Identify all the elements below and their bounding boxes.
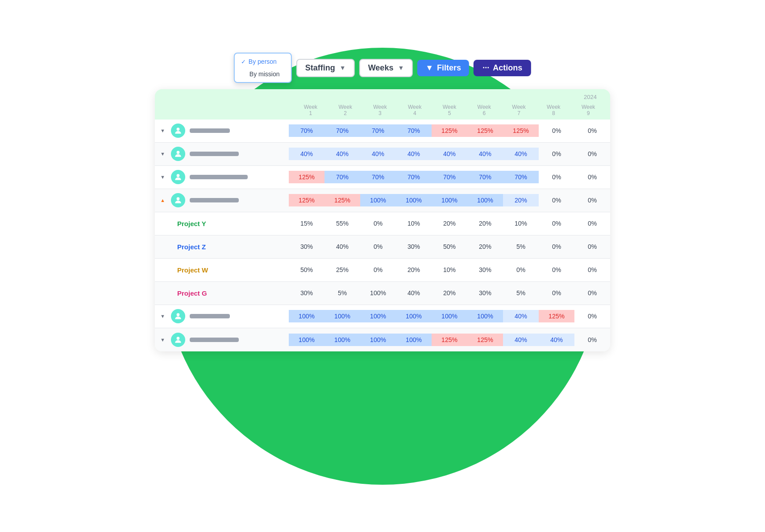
data-cell: 0% <box>360 217 396 230</box>
weeks-dropdown-button[interactable]: Weeks ▼ <box>359 59 413 77</box>
filter-icon: ▼ <box>425 63 433 73</box>
expand-down-icon[interactable]: ▼ <box>160 337 166 342</box>
col-header-empty <box>159 101 293 120</box>
data-cell: 100% <box>432 194 467 206</box>
menu-item-by-person[interactable]: ✓ By person <box>235 55 291 68</box>
col-header-week8: Week8 <box>536 101 571 120</box>
year-label: 2024 <box>155 94 610 100</box>
data-cell: 100% <box>324 334 360 346</box>
data-cell: 50% <box>432 240 467 253</box>
data-cell: 0% <box>574 334 610 346</box>
data-cell: 0% <box>574 264 610 276</box>
data-cell: 40% <box>432 148 467 160</box>
table-row: Project Y15%55%0%10%20%20%10%0%0% <box>155 212 610 235</box>
column-headers: Week1 Week2 Week3 Week4 Week5 Week6 Week… <box>155 101 610 120</box>
data-cell: 40% <box>503 334 539 346</box>
table-header: 2024 Week1 Week2 Week3 Week4 Week5 Week6… <box>155 89 610 120</box>
person-name-bar <box>190 175 248 179</box>
data-cell: 30% <box>467 287 503 299</box>
data-cell: 125% <box>289 194 324 206</box>
data-cell: 30% <box>289 240 324 253</box>
data-cell: 5% <box>503 287 539 299</box>
data-cell: 40% <box>324 240 360 253</box>
data-cell: 20% <box>467 240 503 253</box>
project-row-label: Project Y <box>155 216 289 231</box>
data-cell: 5% <box>324 287 360 299</box>
filters-button[interactable]: ▼ Filters <box>417 60 469 76</box>
avatar <box>171 333 185 347</box>
actions-dots-icon: ··· <box>482 63 489 73</box>
menu-item-by-mission[interactable]: By mission <box>235 68 291 80</box>
data-cell: 20% <box>467 217 503 230</box>
data-cell: 100% <box>396 334 432 346</box>
data-cell: 0% <box>574 310 610 322</box>
table-row: Project W50%25%0%20%10%30%0%0%0% <box>155 259 610 282</box>
data-cell: 20% <box>432 217 467 230</box>
page-container: ✓ By person By mission Staffing ▼ Weeks … <box>0 0 765 532</box>
data-cell: 0% <box>360 240 396 253</box>
person-row-label: ▼ <box>155 329 289 351</box>
staffing-dropdown-button[interactable]: Staffing ▼ <box>296 59 355 77</box>
data-cell: 100% <box>360 287 396 299</box>
data-cell: 0% <box>574 124 610 137</box>
table-row: ▼40%40%40%40%40%40%40%0%0% <box>155 143 610 166</box>
expand-down-icon[interactable]: ▼ <box>160 174 166 180</box>
project-row-label: Project G <box>155 286 289 301</box>
avatar <box>171 193 185 207</box>
data-cell: 70% <box>360 171 396 183</box>
project-row-label: Project Z <box>155 239 289 254</box>
data-cell: 125% <box>467 334 503 346</box>
data-cell: 40% <box>360 148 396 160</box>
person-row-label: ▼ <box>155 143 289 165</box>
data-cell: 0% <box>574 287 610 299</box>
person-row-label: ▼ <box>155 120 289 141</box>
data-cell: 10% <box>396 217 432 230</box>
checkmark-icon: ✓ <box>241 58 246 65</box>
col-header-week9: Week9 <box>571 101 606 120</box>
data-cell: 100% <box>324 310 360 322</box>
collapse-up-icon[interactable]: ▲ <box>160 198 166 203</box>
svg-point-0 <box>177 128 180 131</box>
data-cell: 0% <box>574 148 610 160</box>
avatar <box>171 124 185 138</box>
person-row-label: ▲ <box>155 190 289 211</box>
data-cell: 40% <box>324 148 360 160</box>
data-cell: 70% <box>360 124 396 137</box>
expand-down-icon[interactable]: ▼ <box>160 151 166 157</box>
person-name-bar <box>190 152 239 156</box>
col-header-week5: Week5 <box>432 101 467 120</box>
expand-down-icon[interactable]: ▼ <box>160 313 166 319</box>
data-cell: 40% <box>503 148 539 160</box>
data-cell: 15% <box>289 217 324 230</box>
data-cell: 100% <box>396 310 432 322</box>
svg-point-2 <box>177 174 180 177</box>
data-cell: 0% <box>539 124 574 137</box>
actions-button[interactable]: ··· Actions <box>474 60 531 76</box>
table-row: ▼100%100%100%100%100%100%40%125%0% <box>155 305 610 328</box>
data-cell: 55% <box>324 217 360 230</box>
data-cell: 0% <box>574 240 610 253</box>
weeks-dropdown-arrow-icon: ▼ <box>398 64 404 71</box>
data-cell: 70% <box>467 171 503 183</box>
data-cell: 125% <box>432 334 467 346</box>
data-cell: 100% <box>432 310 467 322</box>
data-cell: 125% <box>539 310 574 322</box>
data-cell: 70% <box>432 171 467 183</box>
data-cell: 100% <box>289 334 324 346</box>
data-cell: 40% <box>396 148 432 160</box>
expand-down-icon[interactable]: ▼ <box>160 128 166 133</box>
person-row-label: ▼ <box>155 166 289 188</box>
data-cell: 0% <box>539 171 574 183</box>
person-name-bar <box>190 338 239 342</box>
data-cell: 20% <box>432 287 467 299</box>
data-cell: 10% <box>432 264 467 276</box>
table-body: ▼70%70%70%70%125%125%125%0%0%▼40%40%40%4… <box>155 120 610 351</box>
data-cell: 40% <box>503 310 539 322</box>
data-cell: 100% <box>360 334 396 346</box>
data-cell: 0% <box>539 148 574 160</box>
data-cell: 70% <box>289 124 324 137</box>
staffing-table: 2024 Week1 Week2 Week3 Week4 Week5 Week6… <box>155 89 610 351</box>
data-cell: 125% <box>503 124 539 137</box>
data-cell: 0% <box>360 264 396 276</box>
table-row: ▼125%70%70%70%70%70%70%0%0% <box>155 166 610 189</box>
